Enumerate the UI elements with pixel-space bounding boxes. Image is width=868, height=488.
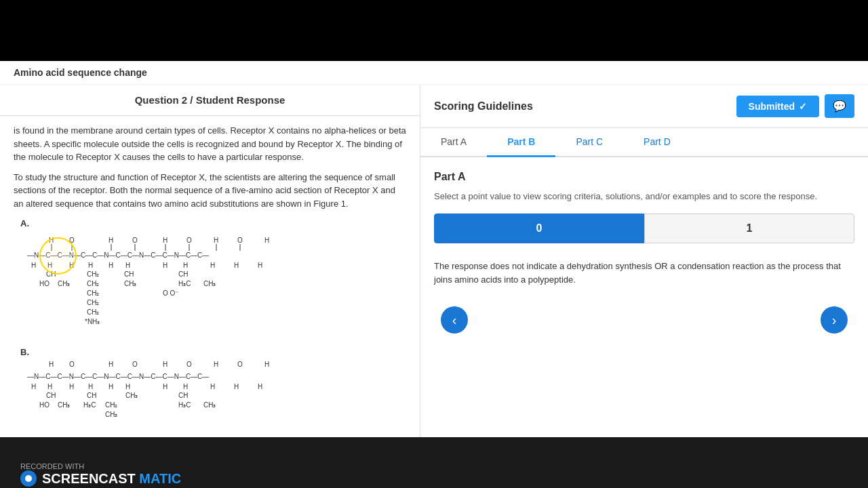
label-b: B. [20, 347, 29, 357]
chemical-structure-a: A. H O H O H O H [14, 217, 406, 342]
submitted-label: Submitted [749, 101, 795, 112]
instruction-text: Select a point value to view scoring cri… [434, 191, 854, 201]
score-button-group: 0 1 [434, 214, 854, 243]
next-icon: › [832, 312, 837, 328]
svg-text:H
            H
            H
: H H H H H H H H H H H [31, 383, 262, 390]
recorded-label: RECORDED WITH [20, 462, 181, 470]
scoring-tabs: Part A Part B Part C Part D [420, 128, 868, 157]
question-header: Question 2 / Student Response [0, 85, 420, 116]
scoring-body: Part A Select a point value to view scor… [420, 157, 868, 347]
question-body: is found in the membrane around certain … [0, 116, 420, 428]
right-panel-header: Scoring Guidelines Submitted ✓ 💬 [420, 85, 868, 128]
navigation-arrows: ‹ › [434, 306, 854, 333]
svg-text:H
              O
            : H O H O H O H O H [49, 237, 269, 244]
page-title: Amino acid sequence change [14, 67, 147, 78]
svg-text:O   O⁻: O O⁻ [163, 289, 178, 297]
svg-text:CH₃: CH₃ [105, 411, 117, 418]
svg-text:HO
            CH₃
           : HO CH₃ H₃C CH₂ H₃C CH₃ [39, 401, 216, 409]
feedback-text: The response does not indicate a dehydra… [434, 260, 854, 286]
logo-circle [20, 470, 37, 487]
next-button[interactable]: › [821, 306, 848, 333]
right-panel: Scoring Guidelines Submitted ✓ 💬 Part A … [420, 85, 868, 437]
score-1-button[interactable]: 1 [644, 214, 854, 243]
prev-icon: ‹ [452, 312, 457, 328]
paragraph2: To study the structure and function of R… [14, 171, 406, 211]
svg-text:HO
              CH₃
         : HO CH₃ CH₂ CH₃ H₃C CH₃ [39, 280, 216, 287]
bottom-bar: RECORDED WITH SCREENCAST MATIC [0, 437, 868, 488]
svg-text:H
            O
            H
: H O H O H O H O H [49, 361, 269, 368]
chemical-svg-b: H O H O H O H O H —N—C—C—N—C—C—N—C—C—N—C… [20, 359, 278, 420]
tab-part-b[interactable]: Part B [487, 128, 555, 157]
chemical-structure-b: B. H O H O H O H O H —N—C—C—N—C—C—N—C— [14, 346, 406, 420]
label-a: A. [20, 218, 29, 228]
top-bar [0, 0, 868, 61]
screencast-branding: RECORDED WITH SCREENCAST MATIC [20, 462, 181, 487]
svg-text:CH₂: CH₂ [87, 299, 99, 306]
tab-part-a[interactable]: Part A [420, 128, 487, 157]
submitted-button[interactable]: Submitted ✓ [736, 96, 819, 117]
svg-text:CH₂: CH₂ [87, 308, 99, 316]
score-0-button[interactable]: 0 [434, 214, 644, 243]
svg-text:CH₂: CH₂ [87, 289, 99, 297]
check-icon: ✓ [799, 101, 807, 112]
brand-name: SCREENCAST MATIC [42, 471, 181, 487]
structure-a-container: H O H O H O H O H [20, 230, 399, 342]
tab-part-d[interactable]: Part D [623, 128, 691, 157]
tab-part-c[interactable]: Part C [555, 128, 623, 157]
header-actions: Submitted ✓ 💬 [736, 94, 854, 118]
svg-text:CH
            CH
            : CH CH CH₃ CH [46, 392, 188, 399]
paragraph1: is found in the membrane around certain … [14, 124, 406, 164]
prev-button[interactable]: ‹ [441, 306, 468, 333]
scoring-title: Scoring Guidelines [434, 100, 533, 113]
svg-text:—N—C—C—N—C—C—N—C—C—N—C—C—N—C—C: —N—C—C—N—C—C—N—C—C—N—C—C—N—C—C— [27, 373, 209, 380]
highlight-circle [39, 237, 77, 274]
svg-text:*NH₃: *NH₃ [85, 318, 100, 325]
screencast-logo: SCREENCAST MATIC [20, 470, 181, 487]
title-bar: Amino acid sequence change [0, 61, 868, 85]
left-panel: Question 2 / Student Response is found i… [0, 85, 420, 437]
logo-inner [25, 475, 32, 482]
chat-icon: 💬 [833, 100, 846, 112]
chat-button[interactable]: 💬 [825, 94, 854, 118]
question-title: Question 2 / Student Response [14, 94, 406, 106]
current-part-label: Part A [434, 171, 854, 183]
